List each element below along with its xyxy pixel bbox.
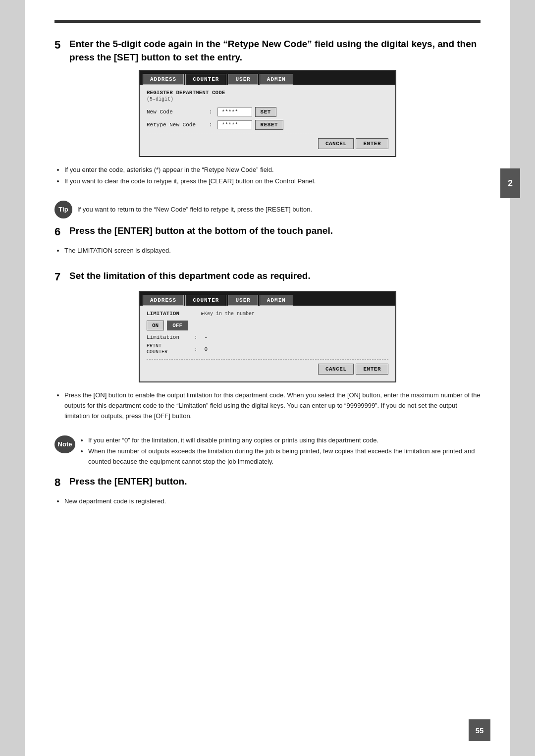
screen-2-label: LIMITATION bbox=[147, 311, 191, 317]
top-divider bbox=[54, 20, 481, 23]
step-6-heading: 6 Press the [ENTER] button at the bottom… bbox=[54, 224, 481, 240]
step-8-heading: 8 Press the [ENTER] button. bbox=[54, 475, 481, 490]
field-value-retype-code: ***** bbox=[217, 120, 252, 129]
step-5-heading: 5 Enter the 5-digit code again in the “R… bbox=[54, 38, 481, 64]
on-button[interactable]: ON bbox=[147, 321, 164, 330]
page-number: 55 bbox=[469, 719, 490, 741]
enter-button-2[interactable]: ENTER bbox=[356, 364, 388, 375]
step-5-bullet-2: If you want to clear the code to retype … bbox=[64, 176, 481, 187]
cancel-button-1[interactable]: CANCEL bbox=[318, 138, 354, 149]
step-6-number: 6 bbox=[54, 224, 66, 240]
step-5-block: 5 Enter the 5-digit code again in the “R… bbox=[54, 38, 481, 187]
limitation-colon: : bbox=[194, 334, 198, 340]
step-5-text: Enter the 5-digit code again in the “Ret… bbox=[69, 38, 481, 64]
step-7-text: Set the limitation of this department co… bbox=[69, 270, 311, 283]
tip-badge: Tip bbox=[54, 201, 72, 218]
field-colon-new-code: : bbox=[209, 109, 213, 115]
tab-address-1[interactable]: ADDRESS bbox=[143, 74, 184, 85]
step-5-bullets: If you enter the code, asterisks (*) app… bbox=[64, 165, 481, 187]
step-7-bullet-1: Press the [ON] button to enable the outp… bbox=[64, 390, 481, 421]
step-6-text: Press the [ENTER] button at the bottom o… bbox=[69, 224, 333, 238]
screen-2-sublabel: ►Key in the number bbox=[201, 311, 255, 317]
note-bullet-2: When the number of outputs exceeds the l… bbox=[88, 446, 481, 467]
field-label-new-code: New Code bbox=[147, 109, 206, 115]
tab-counter-2[interactable]: COUNTER bbox=[185, 295, 226, 306]
chapter-tab: 2 bbox=[500, 168, 520, 198]
print-counter-row: PRINTCOUNTER : 0 bbox=[147, 343, 388, 355]
print-counter-colon: : bbox=[194, 346, 198, 352]
screen-2-body: LIMITATION ►Key in the number ON OFF Lim… bbox=[140, 306, 395, 381]
step-5-bullet-1: If you enter the code, asterisks (*) app… bbox=[64, 165, 481, 175]
reset-button-1[interactable]: RESET bbox=[255, 120, 284, 130]
note-text: If you enter “0” for the limitation, it … bbox=[80, 435, 481, 468]
tip-text: If you want to return to the “New Code” … bbox=[77, 201, 312, 215]
cancel-button-2[interactable]: CANCEL bbox=[318, 364, 354, 375]
note-bullet-1: If you enter “0” for the limitation, it … bbox=[88, 435, 481, 446]
screen-2-tabs: ADDRESS COUNTER USER ADMIN bbox=[140, 292, 395, 306]
field-row-new-code: New Code : ***** SET bbox=[147, 107, 388, 117]
limitation-row: Limitation : - bbox=[147, 334, 388, 340]
step-8-bullets: New department code is registered. bbox=[64, 496, 481, 507]
screen-2: ADDRESS COUNTER USER ADMIN LIMITATION ►K… bbox=[139, 291, 396, 382]
field-label-retype-code: Retype New Code bbox=[147, 122, 206, 128]
step-5-number: 5 bbox=[54, 38, 66, 53]
set-button[interactable]: SET bbox=[255, 107, 276, 117]
step-7-number: 7 bbox=[54, 270, 66, 285]
limitation-label: Limitation bbox=[147, 334, 191, 340]
screen-2-bottom-bar: CANCEL ENTER bbox=[147, 359, 388, 375]
tip-box: Tip If you want to return to the “New Co… bbox=[54, 201, 481, 218]
step-6-bullets: The LIMITATION screen is displayed. bbox=[64, 246, 481, 256]
screen-1-body: REGISTER DEPARTMENT CODE (5-digit) New C… bbox=[140, 85, 395, 156]
field-colon-retype-code: : bbox=[209, 122, 213, 128]
step-8-bullet-1: New department code is registered. bbox=[64, 496, 481, 507]
step-8-block: 8 Press the [ENTER] button. New departme… bbox=[54, 475, 481, 507]
screen-1-sublabel: (5-digit) bbox=[147, 97, 388, 102]
print-counter-value: 0 bbox=[205, 346, 208, 352]
tab-admin-1[interactable]: ADMIN bbox=[260, 74, 293, 85]
tab-counter-1[interactable]: COUNTER bbox=[185, 74, 226, 85]
tab-admin-2[interactable]: ADMIN bbox=[260, 295, 293, 306]
off-button[interactable]: OFF bbox=[167, 321, 188, 330]
screen-1-bottom-bar: CANCEL ENTER bbox=[147, 134, 388, 149]
note-box: Note If you enter “0” for the limitation… bbox=[54, 435, 481, 468]
step-6-block: 6 Press the [ENTER] button at the bottom… bbox=[54, 224, 481, 256]
step-6-bullet-1: The LIMITATION screen is displayed. bbox=[64, 246, 481, 256]
step-8-number: 8 bbox=[54, 475, 66, 490]
step-7-block: 7 Set the limitation of this department … bbox=[54, 270, 481, 421]
step-7-bullets: Press the [ON] button to enable the outp… bbox=[64, 390, 481, 421]
field-value-new-code: ***** bbox=[217, 108, 252, 116]
screen-1-tabs: ADDRESS COUNTER USER ADMIN bbox=[140, 71, 395, 85]
tab-address-2[interactable]: ADDRESS bbox=[143, 295, 184, 306]
field-row-retype-code: Retype New Code : ***** RESET bbox=[147, 120, 388, 130]
note-badge: Note bbox=[54, 435, 75, 453]
step-8-text: Press the [ENTER] button. bbox=[69, 475, 187, 488]
limitation-value: - bbox=[205, 334, 208, 340]
tab-user-2[interactable]: USER bbox=[228, 295, 258, 306]
screen-1: ADDRESS COUNTER USER ADMIN REGISTER DEPA… bbox=[139, 70, 396, 157]
note-bullets: If you enter “0” for the limitation, it … bbox=[88, 435, 481, 467]
page: 5 Enter the 5-digit code again in the “R… bbox=[25, 0, 510, 756]
print-counter-label: PRINTCOUNTER bbox=[147, 343, 191, 355]
enter-button-1[interactable]: ENTER bbox=[356, 138, 388, 149]
step-7-heading: 7 Set the limitation of this department … bbox=[54, 270, 481, 285]
tab-user-1[interactable]: USER bbox=[228, 74, 258, 85]
screen-1-label: REGISTER DEPARTMENT CODE bbox=[147, 90, 388, 96]
